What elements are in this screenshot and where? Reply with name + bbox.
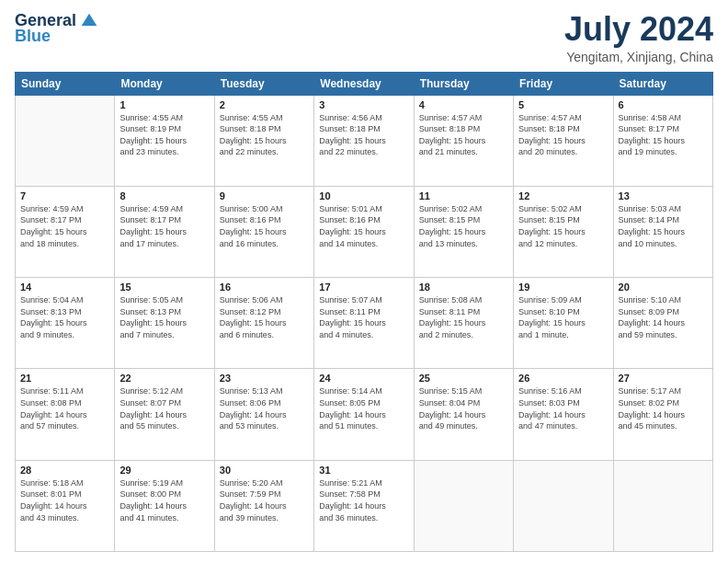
calendar-cell: 11Sunrise: 5:02 AM Sunset: 8:15 PM Dayli… [414, 186, 513, 277]
header: General Blue July 2024 Yengitam, Xinjian… [15, 11, 713, 64]
day-info: Sunrise: 4:55 AM Sunset: 8:18 PM Dayligh… [220, 112, 309, 158]
day-number: 30 [220, 465, 309, 476]
day-info: Sunrise: 5:00 AM Sunset: 8:16 PM Dayligh… [220, 203, 309, 249]
day-info: Sunrise: 4:57 AM Sunset: 8:18 PM Dayligh… [518, 112, 608, 158]
col-monday: Monday [115, 72, 214, 95]
day-info: Sunrise: 5:14 AM Sunset: 8:05 PM Dayligh… [319, 385, 408, 431]
calendar-cell [613, 460, 712, 551]
calendar-week-5: 28Sunrise: 5:18 AM Sunset: 8:01 PM Dayli… [16, 460, 713, 551]
col-thursday: Thursday [414, 72, 513, 95]
calendar-cell: 22Sunrise: 5:12 AM Sunset: 8:07 PM Dayli… [115, 369, 214, 460]
calendar-cell: 6Sunrise: 4:58 AM Sunset: 8:17 PM Daylig… [613, 95, 712, 186]
day-number: 29 [119, 465, 209, 476]
calendar-cell: 17Sunrise: 5:07 AM Sunset: 8:11 PM Dayli… [314, 278, 414, 369]
day-number: 3 [319, 99, 408, 110]
svg-marker-0 [82, 13, 97, 25]
day-number: 6 [619, 99, 708, 110]
day-info: Sunrise: 5:02 AM Sunset: 8:15 PM Dayligh… [518, 203, 608, 249]
calendar-cell: 9Sunrise: 5:00 AM Sunset: 8:16 PM Daylig… [214, 186, 313, 277]
day-info: Sunrise: 5:15 AM Sunset: 8:04 PM Dayligh… [419, 385, 508, 431]
day-number: 12 [518, 190, 608, 201]
calendar-cell: 4Sunrise: 4:57 AM Sunset: 8:18 PM Daylig… [414, 95, 513, 186]
day-info: Sunrise: 5:13 AM Sunset: 8:06 PM Dayligh… [220, 385, 309, 431]
day-number: 5 [518, 99, 608, 110]
calendar-cell: 21Sunrise: 5:11 AM Sunset: 8:08 PM Dayli… [16, 369, 115, 460]
title-block: July 2024 Yengitam, Xinjiang, China [564, 11, 713, 64]
calendar-cell: 3Sunrise: 4:56 AM Sunset: 8:18 PM Daylig… [314, 95, 414, 186]
month-title: July 2024 [564, 11, 713, 48]
calendar-cell: 25Sunrise: 5:15 AM Sunset: 8:04 PM Dayli… [414, 369, 513, 460]
day-info: Sunrise: 4:59 AM Sunset: 8:17 PM Dayligh… [119, 203, 209, 249]
calendar-week-4: 21Sunrise: 5:11 AM Sunset: 8:08 PM Dayli… [16, 369, 713, 460]
day-number: 18 [419, 282, 508, 293]
day-number: 23 [220, 373, 309, 384]
day-info: Sunrise: 5:04 AM Sunset: 8:13 PM Dayligh… [20, 294, 109, 340]
day-info: Sunrise: 4:56 AM Sunset: 8:18 PM Dayligh… [319, 112, 408, 158]
logo: General Blue [15, 11, 98, 46]
col-saturday: Saturday [613, 72, 712, 95]
day-info: Sunrise: 5:03 AM Sunset: 8:14 PM Dayligh… [619, 203, 708, 249]
day-info: Sunrise: 5:02 AM Sunset: 8:15 PM Dayligh… [419, 203, 508, 249]
day-info: Sunrise: 5:05 AM Sunset: 8:13 PM Dayligh… [119, 294, 209, 340]
col-wednesday: Wednesday [314, 72, 414, 95]
day-number: 10 [319, 190, 408, 201]
day-info: Sunrise: 5:09 AM Sunset: 8:10 PM Dayligh… [518, 294, 608, 340]
day-number: 20 [619, 282, 708, 293]
day-number: 27 [619, 373, 708, 384]
calendar-cell: 18Sunrise: 5:08 AM Sunset: 8:11 PM Dayli… [414, 278, 513, 369]
day-number: 28 [20, 465, 109, 476]
page: General Blue July 2024 Yengitam, Xinjian… [0, 0, 728, 563]
calendar-cell: 10Sunrise: 5:01 AM Sunset: 8:16 PM Dayli… [314, 186, 414, 277]
logo-icon [80, 12, 98, 30]
day-number: 17 [319, 282, 408, 293]
day-info: Sunrise: 5:06 AM Sunset: 8:12 PM Dayligh… [220, 294, 309, 340]
day-number: 21 [20, 373, 109, 384]
calendar-cell: 27Sunrise: 5:17 AM Sunset: 8:02 PM Dayli… [613, 369, 712, 460]
day-number: 14 [20, 282, 109, 293]
calendar-cell: 23Sunrise: 5:13 AM Sunset: 8:06 PM Dayli… [214, 369, 313, 460]
day-number: 15 [119, 282, 209, 293]
calendar-cell [514, 460, 613, 551]
col-friday: Friday [514, 72, 613, 95]
calendar-cell: 30Sunrise: 5:20 AM Sunset: 7:59 PM Dayli… [214, 460, 313, 551]
day-number: 24 [319, 373, 408, 384]
col-tuesday: Tuesday [214, 72, 313, 95]
calendar-cell: 14Sunrise: 5:04 AM Sunset: 8:13 PM Dayli… [16, 278, 115, 369]
day-number: 13 [619, 190, 708, 201]
day-info: Sunrise: 5:17 AM Sunset: 8:02 PM Dayligh… [619, 385, 708, 431]
calendar-table: Sunday Monday Tuesday Wednesday Thursday… [15, 72, 713, 552]
day-info: Sunrise: 5:18 AM Sunset: 8:01 PM Dayligh… [20, 477, 109, 523]
day-number: 8 [119, 190, 209, 201]
day-number: 19 [518, 282, 608, 293]
calendar-cell [414, 460, 513, 551]
day-number: 1 [119, 99, 209, 110]
day-number: 2 [220, 99, 309, 110]
day-number: 7 [20, 190, 109, 201]
day-info: Sunrise: 4:59 AM Sunset: 8:17 PM Dayligh… [20, 203, 109, 249]
calendar-cell: 15Sunrise: 5:05 AM Sunset: 8:13 PM Dayli… [115, 278, 214, 369]
calendar-cell: 8Sunrise: 4:59 AM Sunset: 8:17 PM Daylig… [115, 186, 214, 277]
day-info: Sunrise: 5:21 AM Sunset: 7:58 PM Dayligh… [319, 477, 408, 523]
day-number: 26 [518, 373, 608, 384]
calendar-week-1: 1Sunrise: 4:55 AM Sunset: 8:19 PM Daylig… [16, 95, 713, 186]
calendar-cell: 29Sunrise: 5:19 AM Sunset: 8:00 PM Dayli… [115, 460, 214, 551]
calendar-week-3: 14Sunrise: 5:04 AM Sunset: 8:13 PM Dayli… [16, 278, 713, 369]
calendar-cell: 16Sunrise: 5:06 AM Sunset: 8:12 PM Dayli… [214, 278, 313, 369]
location: Yengitam, Xinjiang, China [564, 50, 713, 64]
day-number: 25 [419, 373, 508, 384]
day-info: Sunrise: 5:11 AM Sunset: 8:08 PM Dayligh… [20, 385, 109, 431]
day-info: Sunrise: 5:16 AM Sunset: 8:03 PM Dayligh… [518, 385, 608, 431]
calendar-cell: 13Sunrise: 5:03 AM Sunset: 8:14 PM Dayli… [613, 186, 712, 277]
calendar-cell: 7Sunrise: 4:59 AM Sunset: 8:17 PM Daylig… [16, 186, 115, 277]
calendar-cell: 5Sunrise: 4:57 AM Sunset: 8:18 PM Daylig… [514, 95, 613, 186]
calendar-cell: 28Sunrise: 5:18 AM Sunset: 8:01 PM Dayli… [16, 460, 115, 551]
day-info: Sunrise: 4:57 AM Sunset: 8:18 PM Dayligh… [419, 112, 508, 158]
day-info: Sunrise: 5:19 AM Sunset: 8:00 PM Dayligh… [119, 477, 209, 523]
day-info: Sunrise: 5:10 AM Sunset: 8:09 PM Dayligh… [619, 294, 708, 340]
calendar-cell: 24Sunrise: 5:14 AM Sunset: 8:05 PM Dayli… [314, 369, 414, 460]
day-info: Sunrise: 5:20 AM Sunset: 7:59 PM Dayligh… [220, 477, 309, 523]
calendar-cell: 26Sunrise: 5:16 AM Sunset: 8:03 PM Dayli… [514, 369, 613, 460]
col-sunday: Sunday [16, 72, 115, 95]
day-number: 9 [220, 190, 309, 201]
day-info: Sunrise: 5:08 AM Sunset: 8:11 PM Dayligh… [419, 294, 508, 340]
